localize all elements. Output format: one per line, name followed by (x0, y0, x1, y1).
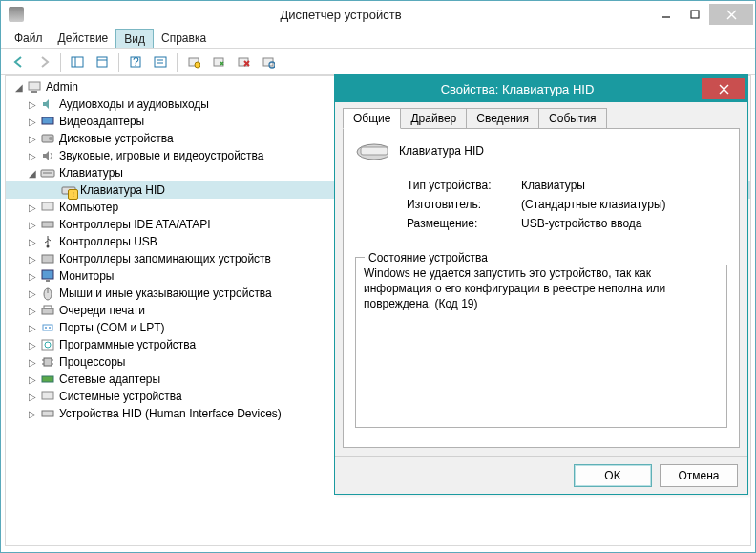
disk-icon (40, 131, 55, 146)
collapse-icon[interactable]: ◢ (13, 81, 25, 93)
tab-events[interactable]: События (538, 108, 607, 128)
menu-help[interactable]: Справка (154, 28, 214, 48)
tree-item-label: Видеоадаптеры (59, 115, 144, 128)
tree-item-label: Аудиовходы и аудиовыходы (59, 97, 209, 111)
mouse-icon (40, 286, 55, 301)
expand-icon[interactable]: ▷ (27, 116, 38, 127)
svg-rect-6 (97, 57, 107, 67)
expand-icon[interactable]: ▷ (27, 305, 38, 316)
minimize-button[interactable] (652, 4, 681, 25)
svg-rect-39 (44, 306, 52, 308)
svg-rect-23 (32, 91, 37, 93)
scan-hardware-button[interactable] (258, 52, 279, 73)
svg-rect-30 (42, 202, 53, 210)
properties-button[interactable] (92, 52, 113, 73)
expand-icon[interactable]: ▷ (27, 408, 38, 419)
close-button[interactable] (709, 4, 753, 25)
expand-icon[interactable]: ▷ (27, 150, 38, 161)
app-icon (9, 7, 24, 22)
enable-device-button[interactable] (208, 52, 229, 73)
expand-icon[interactable]: ▷ (27, 253, 38, 265)
expand-icon[interactable]: ▷ (27, 339, 38, 351)
keyboard-warning-icon (61, 182, 76, 198)
window-title: Диспетчер устройств (30, 8, 652, 22)
svg-point-41 (45, 327, 47, 329)
expand-icon[interactable]: ▷ (27, 356, 38, 368)
svg-rect-22 (29, 82, 40, 90)
svg-rect-52 (42, 411, 53, 416)
tree-item-label: Мониторы (59, 269, 114, 283)
monitor-icon (40, 268, 55, 284)
svg-point-14 (195, 62, 200, 68)
back-button[interactable] (9, 52, 30, 73)
svg-rect-51 (42, 392, 53, 399)
update-driver-button[interactable] (183, 52, 204, 73)
properties-dialog: Свойства: Клавиатура HID Общие Драйвер С… (334, 74, 748, 495)
svg-rect-34 (42, 270, 53, 279)
print-queue-icon (40, 303, 55, 318)
svg-rect-4 (72, 57, 83, 67)
svg-point-26 (49, 137, 52, 140)
menu-action[interactable]: Действие (51, 28, 116, 48)
forward-button[interactable] (33, 52, 54, 73)
maximize-button[interactable] (681, 4, 709, 25)
svg-rect-50 (42, 376, 53, 382)
tab-details[interactable]: Сведения (466, 108, 539, 128)
tree-root-label: Admin (46, 80, 78, 94)
value-manufacturer: (Стандартные клавиатуры) (521, 198, 727, 211)
svg-line-21 (274, 67, 275, 69)
expand-icon[interactable]: ▷ (27, 391, 38, 402)
tree-item-label: Мыши и иные указывающие устройства (59, 287, 272, 300)
storage-controller-icon (40, 251, 55, 266)
uninstall-device-button[interactable] (233, 52, 254, 73)
device-status-textbox[interactable]: Windows не удается запустить это устройс… (355, 257, 727, 428)
menu-view[interactable]: Вид (116, 29, 154, 48)
label-manufacturer: Изготовитель: (407, 198, 521, 211)
svg-rect-1 (691, 11, 699, 18)
svg-rect-15 (214, 58, 223, 66)
help-button[interactable]: ? (125, 52, 146, 73)
expand-icon[interactable]: ▷ (27, 202, 38, 213)
toolbar-separator (177, 53, 178, 72)
cancel-button[interactable]: Отмена (660, 464, 738, 487)
dialog-close-button[interactable] (702, 78, 746, 99)
dialog-button-row: OK Отмена (335, 456, 747, 494)
svg-rect-56 (361, 147, 388, 155)
svg-rect-31 (42, 222, 53, 227)
expand-icon[interactable]: ▷ (27, 287, 38, 299)
tab-general[interactable]: Общие (343, 108, 401, 129)
expand-icon[interactable]: ▷ (27, 219, 38, 230)
toolbar: ? (1, 49, 755, 75)
network-adapter-icon (40, 372, 55, 387)
computer-icon (40, 200, 55, 215)
svg-point-32 (47, 245, 50, 248)
tab-panel-general: Клавиатура HID Тип устройства: Клавиатур… (343, 128, 740, 448)
tab-driver[interactable]: Драйвер (400, 108, 467, 128)
dialog-titlebar: Свойства: Клавиатура HID (335, 75, 747, 102)
expand-icon[interactable]: ▷ (27, 270, 38, 282)
dialog-title: Свойства: Клавиатура HID (335, 82, 700, 96)
tree-item-label: Контроллеры USB (59, 235, 158, 248)
svg-rect-45 (44, 358, 52, 366)
toolbar-separator (118, 53, 119, 72)
hid-device-icon (40, 406, 55, 421)
action-props-button[interactable] (150, 52, 171, 73)
value-location: USB-устройство ввода (521, 217, 727, 230)
svg-rect-40 (43, 325, 52, 330)
tree-item-label: Процессоры (59, 355, 126, 369)
tree-item-label: Клавиатура HID (80, 183, 165, 197)
expand-icon[interactable]: ▷ (27, 373, 38, 385)
show-hide-tree-button[interactable] (67, 52, 88, 73)
svg-rect-38 (42, 308, 53, 314)
expand-icon[interactable]: ▷ (27, 322, 38, 333)
expand-icon[interactable]: ▷ (27, 236, 38, 247)
device-header: Клавиатура HID (355, 140, 727, 161)
expand-icon[interactable]: ▷ (27, 98, 38, 110)
expand-icon[interactable]: ▷ (27, 133, 38, 144)
processor-icon (40, 354, 55, 370)
keyboard-large-icon (355, 140, 388, 161)
collapse-icon[interactable]: ◢ (27, 167, 38, 179)
menu-file[interactable]: Файл (7, 28, 51, 48)
ok-button[interactable]: OK (574, 464, 652, 487)
system-device-icon (40, 389, 55, 404)
